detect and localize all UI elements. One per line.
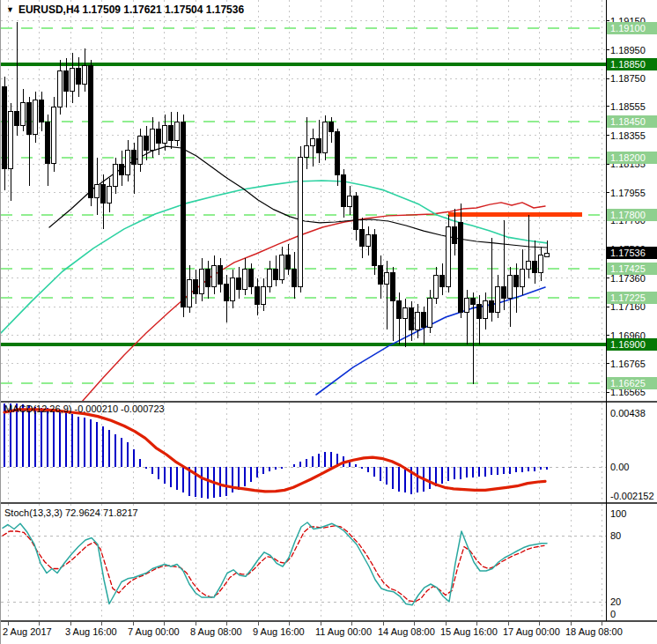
candle-down [440, 275, 445, 286]
candle-down [354, 196, 358, 229]
candle-down [101, 185, 106, 204]
candle-up [33, 100, 38, 135]
candle-up [126, 151, 130, 175]
candle-up [95, 185, 100, 198]
time-axis-label: 7 Aug 00:00 [128, 626, 180, 637]
candle-down [453, 226, 457, 244]
candle-down [46, 122, 50, 163]
candle-up [428, 299, 432, 328]
candle-down [490, 301, 494, 313]
candle-down [27, 103, 32, 135]
candle-up [107, 186, 112, 204]
candle-up [52, 107, 56, 164]
candle-up [366, 235, 371, 247]
macd-axis-zero-label: 0.00 [610, 461, 629, 473]
candle-up [416, 313, 420, 330]
candle-up [280, 255, 284, 280]
candle-up [9, 112, 13, 169]
candle-down [169, 126, 173, 140]
stoch-d-line [3, 526, 544, 602]
candle-down [329, 122, 334, 131]
candle-up [212, 265, 217, 286]
candle-down [317, 139, 321, 153]
candle-down [373, 235, 377, 265]
candle-down [274, 270, 278, 279]
price-axis-label: 1.17955 [610, 187, 646, 199]
chart-canvas[interactable] [1, 0, 657, 644]
candle-down [342, 174, 346, 206]
candle-down [360, 229, 365, 247]
candle-up [83, 65, 87, 84]
candle-up [484, 301, 488, 319]
candle-up [520, 270, 525, 287]
price-level-badge: 1.17425 [607, 263, 657, 275]
candle-down [459, 222, 463, 313]
candle-up [163, 126, 167, 144]
candle-up [151, 129, 155, 150]
candle-down [218, 265, 223, 284]
candle-up [527, 261, 531, 270]
candle-up [114, 165, 118, 186]
candle-down [181, 122, 186, 307]
price-level-badge: 1.18200 [607, 152, 657, 164]
time-axis-label: 15 Aug 16:00 [440, 626, 498, 637]
price-axis-label: 1.18950 [610, 44, 646, 56]
time-axis-label: 9 Aug 16:00 [253, 626, 305, 637]
candle-up [434, 275, 439, 298]
candle-up [58, 71, 63, 107]
candle-down [391, 272, 395, 301]
candle-up [138, 136, 143, 165]
candle-down [477, 304, 482, 318]
candle-down [292, 270, 297, 287]
candle-down [194, 279, 198, 293]
time-axis-label: 3 Aug 16:00 [65, 626, 117, 637]
candle-down [255, 286, 260, 304]
candle-up [496, 286, 500, 312]
candle-down [132, 151, 137, 165]
stoch-axis-label: 80 [610, 529, 621, 542]
symbol-dropdown-icon[interactable]: ▼ [6, 5, 14, 14]
candle-down [502, 286, 506, 298]
macd-axis-max-label: 0.00438 [610, 407, 646, 419]
price-axis-label: 1.16765 [610, 358, 646, 370]
candle-down [410, 308, 414, 329]
candle-up [231, 278, 235, 301]
candle-up [21, 103, 26, 126]
stoch-axis-label: 0 [610, 608, 616, 620]
candle-down [225, 284, 229, 301]
candle-up [508, 275, 513, 298]
candle-down [286, 255, 291, 270]
candle-down [157, 129, 161, 143]
price-axis-label: 1.18555 [610, 100, 646, 113]
price-level-badge: 1.16625 [607, 377, 657, 389]
stoch-axis-label: 20 [610, 596, 621, 608]
candle-up [299, 158, 303, 287]
price-level-badge: 1.18450 [607, 115, 657, 128]
price-axis-label: 1.18750 [610, 72, 646, 85]
candle-up [447, 226, 451, 286]
candle-up [262, 286, 266, 304]
candle-up [323, 122, 328, 153]
chart-window: ▼ EURUSD,H4 1.17509 1.17621 1.17504 1.17… [0, 0, 657, 644]
candle-down [336, 131, 340, 174]
candle-up [175, 122, 180, 140]
candle-down [64, 71, 69, 92]
candle-up [385, 272, 389, 284]
macd-indicator-label: MACD(12,26,9) -0.000210 -0.000723 [4, 403, 165, 414]
price-level-badge: 1.16900 [607, 338, 657, 351]
price-axis-label: 1.18355 [610, 130, 646, 142]
time-axis-label: 14 Aug 08:00 [378, 626, 435, 637]
candle-down [89, 65, 93, 197]
time-axis-label: 2 Aug 2017 [3, 626, 52, 637]
stoch-k-line [3, 522, 547, 605]
macd-signal-line [4, 410, 545, 492]
candle-up [465, 299, 469, 313]
candle-up [539, 255, 543, 273]
ma-red-line [82, 203, 545, 402]
price-level-badge: 1.17225 [607, 292, 657, 304]
candle-down [40, 100, 44, 122]
candle-down [397, 301, 402, 319]
candle-up [348, 196, 352, 206]
time-axis-label: 18 Aug 08:00 [565, 626, 623, 637]
candle-up [305, 146, 309, 158]
